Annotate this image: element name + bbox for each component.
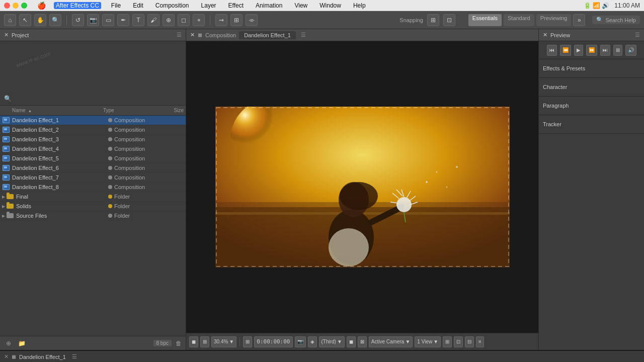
- workspace-previewing[interactable]: Previewing: [536, 14, 572, 26]
- transparency-btn[interactable]: ◈: [308, 336, 317, 347]
- thirds-dropdown[interactable]: (Third) ▼: [319, 336, 345, 347]
- snapping-extra[interactable]: ⊡: [443, 14, 455, 26]
- project-menu-icon[interactable]: ☰: [177, 32, 182, 38]
- preview-export-btn[interactable]: ⊞: [613, 45, 622, 56]
- minimize-button[interactable]: [13, 3, 19, 9]
- workspace-essentials[interactable]: Essentials: [468, 14, 502, 26]
- list-item[interactable]: ▶ Solids Folder: [0, 202, 186, 211]
- snap-btn[interactable]: ⊞: [443, 336, 452, 347]
- project-search-bar: 🔍: [0, 92, 186, 106]
- camera-dropdown[interactable]: Active Camera ▼: [369, 336, 413, 347]
- bpc-label[interactable]: 8 bpc: [153, 340, 172, 346]
- viewer-settings-btn[interactable]: ◼: [189, 336, 198, 347]
- preview-audio-btn[interactable]: 🔊: [625, 45, 636, 56]
- preview-play-btn[interactable]: ▶: [574, 45, 583, 56]
- select-tool-btn[interactable]: ↖: [19, 14, 31, 26]
- list-item[interactable]: Dandelion Effect_7 Composition: [0, 173, 186, 183]
- mac-window-controls: [4, 3, 27, 9]
- edit-menu[interactable]: Edit: [131, 2, 145, 9]
- help-menu[interactable]: Help: [351, 2, 368, 9]
- tracker-title[interactable]: Tracker: [543, 119, 640, 129]
- close-button[interactable]: [4, 3, 10, 9]
- preview-next-frame-btn[interactable]: ⏩: [586, 45, 597, 56]
- delete-btn[interactable]: 🗑: [176, 340, 182, 347]
- character-title[interactable]: Character: [543, 82, 640, 92]
- effect-menu[interactable]: Effect: [226, 2, 246, 9]
- maximize-button[interactable]: [21, 3, 27, 9]
- paragraph-title[interactable]: Paragraph: [543, 101, 640, 111]
- mask-btn[interactable]: ⌯: [246, 14, 258, 26]
- preview-range-btn[interactable]: ⊟: [465, 336, 474, 347]
- window-menu[interactable]: Window: [317, 2, 343, 9]
- timeline-menu-icon[interactable]: ☰: [72, 353, 77, 360]
- list-item[interactable]: Dandelion Effect_6 Composition: [0, 163, 186, 173]
- timecode-display[interactable]: 0:00:00:00: [254, 336, 292, 347]
- brush-tool-btn[interactable]: 🖌: [147, 14, 159, 26]
- text-tool-btn[interactable]: T: [132, 14, 144, 26]
- channel-btn[interactable]: ◼: [347, 336, 356, 347]
- zoom-dropdown[interactable]: 30.4% ▼: [211, 336, 236, 347]
- snapshot-btn[interactable]: 📷: [295, 336, 306, 347]
- file-menu[interactable]: File: [109, 2, 123, 9]
- puppet-tool-btn[interactable]: ⌖: [193, 14, 205, 26]
- viewer-options-btn[interactable]: ≡: [476, 336, 484, 347]
- motion-tool-btn[interactable]: ⇝: [215, 14, 227, 26]
- views-arrow: ▼: [433, 339, 438, 344]
- comp-size-btn[interactable]: ⊞: [243, 336, 252, 347]
- camera-tool-btn[interactable]: 📷: [87, 14, 99, 26]
- clone-tool-btn[interactable]: ⊕: [163, 14, 175, 26]
- list-item[interactable]: Dandelion Effect_2 Composition: [0, 125, 186, 135]
- zoom-tool-btn[interactable]: 🔍: [49, 14, 61, 26]
- comp-image: [215, 107, 510, 267]
- new-item-btn[interactable]: ⊕: [4, 339, 13, 348]
- hand-tool-btn[interactable]: ✋: [34, 14, 46, 26]
- timeline-close-btn[interactable]: ✕: [4, 353, 9, 360]
- comp-tab[interactable]: Dandelion Effect_1: [239, 31, 296, 39]
- pen-tool-btn[interactable]: ✒: [117, 14, 129, 26]
- effects-presets-title[interactable]: Effects & Presets: [543, 63, 640, 73]
- pixel-btn[interactable]: ⊡: [454, 336, 463, 347]
- layer-menu[interactable]: Layer: [199, 2, 218, 9]
- preview-prev-frame-btn[interactable]: ⏪: [560, 45, 571, 56]
- preview-rewind-btn[interactable]: ⏮: [547, 45, 557, 56]
- list-item[interactable]: Dandelion Effect_1 Composition: [0, 116, 186, 125]
- comp-close-btn[interactable]: ✕: [190, 32, 195, 38]
- project-close-icon[interactable]: ✕: [4, 32, 9, 38]
- project-preview-area: www.rr-sc.com: [0, 41, 186, 92]
- app-name-menu[interactable]: After Effects CC: [54, 2, 101, 9]
- view-menu[interactable]: View: [292, 2, 309, 9]
- home-tool-btn[interactable]: ⌂: [4, 14, 16, 26]
- comp-icon: [2, 126, 10, 133]
- search-help-label: Search Help: [605, 17, 636, 23]
- list-item[interactable]: Dandelion Effect_4 Composition: [0, 144, 186, 154]
- preview-close-btn[interactable]: ✕: [543, 32, 547, 38]
- views-dropdown[interactable]: 1 View ▼: [415, 336, 441, 347]
- list-item[interactable]: Dandelion Effect_5 Composition: [0, 154, 186, 163]
- preview-end-btn[interactable]: ⏭: [600, 45, 610, 56]
- project-panel: ✕ Project ☰ www.rr-sc.com 🔍 Name ▲ Type …: [0, 29, 186, 350]
- preview-menu-icon[interactable]: ☰: [635, 32, 640, 38]
- viewer-grid-btn[interactable]: ⊞: [200, 336, 209, 347]
- search-help-btn[interactable]: 🔍 Search Help: [592, 16, 640, 24]
- timeline-header: ✕ ◼ Dandelion Effect_1 ☰: [0, 351, 644, 362]
- list-item[interactable]: ▶ Final Folder: [0, 192, 186, 202]
- composition-menu[interactable]: Composition: [153, 2, 191, 9]
- align-btn[interactable]: ⊞: [230, 14, 243, 26]
- timeline-comp-name: Dandelion Effect_1: [19, 354, 66, 360]
- list-item[interactable]: Dandelion Effect_8 Composition: [0, 183, 186, 192]
- rect-tool-btn[interactable]: ▭: [102, 14, 114, 26]
- rotate-tool-btn[interactable]: ↺: [72, 14, 84, 26]
- list-item[interactable]: Dandelion Effect_3 Composition: [0, 135, 186, 144]
- snapping-toggle[interactable]: ⊞: [427, 14, 439, 26]
- workspace-standard[interactable]: Standard: [504, 14, 534, 26]
- project-search-input[interactable]: [14, 96, 182, 102]
- workspace-more-btn[interactable]: »: [573, 14, 585, 26]
- apple-menu[interactable]: 🍎: [37, 2, 46, 10]
- new-folder-btn[interactable]: 📁: [17, 339, 26, 348]
- folder-expand-icon: ▶: [2, 195, 5, 199]
- animation-menu[interactable]: Animation: [254, 2, 284, 9]
- color-manage-btn[interactable]: ⊠: [358, 336, 367, 347]
- eraser-tool-btn[interactable]: ◻: [178, 14, 190, 26]
- comp-tab-menu[interactable]: ☰: [301, 32, 306, 38]
- list-item[interactable]: ▶ Source Files Folder: [0, 211, 186, 221]
